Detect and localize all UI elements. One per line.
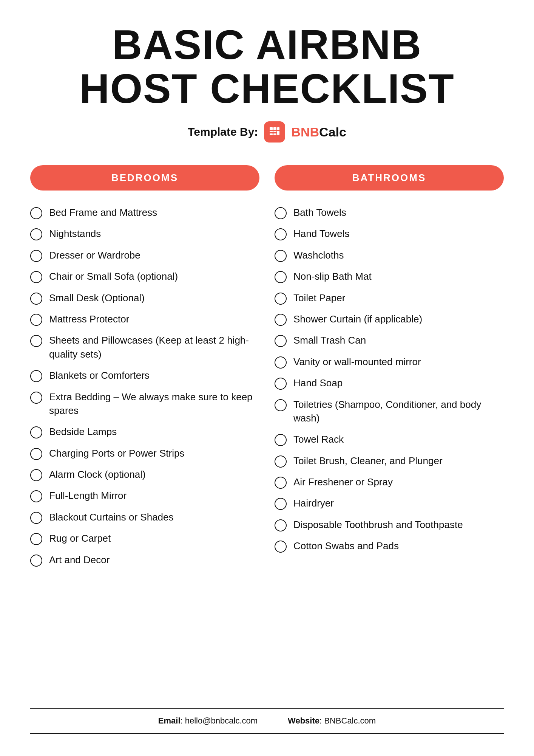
item-text: Towel Rack — [293, 432, 344, 446]
list-item: Blankets or Comforters — [30, 365, 259, 386]
bathrooms-header: BATHROOMS — [275, 165, 504, 191]
checkbox-circle[interactable] — [30, 555, 42, 567]
checkbox-circle[interactable] — [30, 228, 42, 240]
svg-rect-6 — [273, 133, 276, 135]
bedrooms-header: BEDROOMS — [30, 165, 259, 191]
checkbox-circle[interactable] — [30, 392, 42, 404]
item-text: Toilet Paper — [293, 291, 345, 305]
list-item: Air Freshener or Spray — [275, 471, 504, 493]
item-text: Dresser or Wardrobe — [49, 248, 140, 262]
checkbox-circle[interactable] — [275, 519, 287, 531]
template-label: Template By: — [188, 125, 258, 138]
item-text: Air Freshener or Spray — [293, 475, 393, 489]
svg-rect-5 — [270, 133, 273, 135]
checkbox-circle[interactable] — [30, 512, 42, 524]
item-text: Cotton Swabs and Pads — [293, 539, 399, 553]
checkbox-circle[interactable] — [30, 293, 42, 305]
checkbox-circle[interactable] — [30, 271, 42, 283]
list-item: Nightstands — [30, 223, 259, 244]
checkbox-circle[interactable] — [275, 314, 287, 326]
list-item: Hand Soap — [275, 372, 504, 393]
list-item: Toilet Brush, Cleaner, and Plunger — [275, 450, 504, 471]
checkbox-circle[interactable] — [30, 490, 42, 502]
item-text: Sheets and Pillowcases (Keep at least 2 … — [49, 333, 259, 361]
item-text: Blankets or Comforters — [49, 369, 150, 382]
svg-rect-0 — [270, 127, 273, 130]
item-text: Bedside Lamps — [49, 425, 117, 438]
checkbox-circle[interactable] — [275, 356, 287, 369]
list-item: Rug or Carpet — [30, 528, 259, 549]
checkbox-circle[interactable] — [275, 541, 287, 553]
main-title: BASIC AIRBNB HOST CHECKLIST — [79, 23, 455, 110]
checkbox-circle[interactable] — [30, 250, 42, 262]
item-text: Extra Bedding – We always make sure to k… — [49, 390, 259, 418]
list-item: Alarm Clock (optional) — [30, 464, 259, 485]
list-item: Towel Rack — [275, 429, 504, 450]
checkbox-circle[interactable] — [30, 448, 42, 460]
list-item: Chair or Small Sofa (optional) — [30, 266, 259, 287]
list-item: Art and Decor — [30, 549, 259, 570]
item-text: Mattress Protector — [49, 312, 129, 326]
item-text: Rug or Carpet — [49, 531, 111, 545]
item-text: Washcloths — [293, 248, 344, 262]
item-text: Hand Soap — [293, 376, 343, 390]
item-text: Toiletries (Shampoo, Conditioner, and bo… — [293, 398, 504, 425]
checkbox-circle[interactable] — [275, 250, 287, 262]
checkbox-circle[interactable] — [30, 207, 42, 219]
footer-content: Email: hello@bnbcalc.com Website: BNBCal… — [158, 716, 376, 733]
checkbox-circle[interactable] — [275, 271, 287, 283]
item-text: Hairdryer — [293, 496, 334, 510]
checkbox-circle[interactable] — [30, 335, 42, 347]
list-item: Mattress Protector — [30, 308, 259, 330]
item-text: Vanity or wall-mounted mirror — [293, 355, 421, 369]
checkbox-circle[interactable] — [30, 370, 42, 382]
item-text: Nightstands — [49, 227, 101, 240]
item-text: Small Desk (Optional) — [49, 291, 145, 305]
list-item: Non-slip Bath Mat — [275, 266, 504, 287]
item-text: Full-Length Mirror — [49, 489, 127, 502]
list-item: Full-Length Mirror — [30, 485, 259, 506]
item-text: Art and Decor — [49, 553, 110, 567]
item-text: Toilet Brush, Cleaner, and Plunger — [293, 454, 443, 468]
list-item: Vanity or wall-mounted mirror — [275, 351, 504, 372]
list-item: Bath Towels — [275, 202, 504, 223]
checkbox-circle[interactable] — [30, 469, 42, 481]
list-item: Cotton Swabs and Pads — [275, 535, 504, 556]
checkbox-circle[interactable] — [30, 533, 42, 545]
list-item: Toiletries (Shampoo, Conditioner, and bo… — [275, 394, 504, 429]
checkbox-circle[interactable] — [30, 426, 42, 438]
bathrooms-column: BATHROOMS Bath Towels Hand Towels Washcl… — [275, 165, 504, 557]
list-item: Charging Ports or Power Strips — [30, 443, 259, 464]
checkbox-circle[interactable] — [275, 434, 287, 446]
checkbox-circle[interactable] — [275, 399, 287, 411]
footer: Email: hello@bnbcalc.com Website: BNBCal… — [30, 708, 504, 741]
brand-name: BNBCalc — [291, 125, 346, 139]
item-text: Bath Towels — [293, 206, 346, 219]
item-text: Hand Towels — [293, 227, 349, 240]
list-item: Bed Frame and Mattress — [30, 202, 259, 223]
list-item: Hairdryer — [275, 493, 504, 514]
list-item: Bedside Lamps — [30, 421, 259, 442]
svg-rect-2 — [277, 127, 279, 130]
checkbox-circle[interactable] — [275, 228, 287, 240]
checkbox-circle[interactable] — [275, 378, 287, 390]
checkbox-circle[interactable] — [30, 314, 42, 326]
footer-bottom-divider — [30, 733, 504, 734]
checkbox-circle[interactable] — [275, 455, 287, 468]
footer-website: Website: BNBCalc.com — [288, 716, 376, 726]
item-text: Chair or Small Sofa (optional) — [49, 270, 178, 283]
checkbox-circle[interactable] — [275, 477, 287, 489]
checkbox-circle[interactable] — [275, 498, 287, 510]
checkbox-circle[interactable] — [275, 293, 287, 305]
item-text: Bed Frame and Mattress — [49, 206, 157, 219]
bedrooms-checklist: Bed Frame and Mattress Nightstands Dress… — [30, 202, 259, 570]
list-item: Toilet Paper — [275, 287, 504, 308]
checkbox-circle[interactable] — [275, 335, 287, 347]
footer-top-divider — [30, 708, 504, 709]
bnbcalc-icon — [264, 121, 285, 143]
list-item: Small Desk (Optional) — [30, 287, 259, 308]
list-item: Shower Curtain (if applicable) — [275, 308, 504, 330]
checkbox-circle[interactable] — [275, 207, 287, 219]
svg-rect-1 — [273, 127, 276, 130]
list-item: Dresser or Wardrobe — [30, 245, 259, 266]
